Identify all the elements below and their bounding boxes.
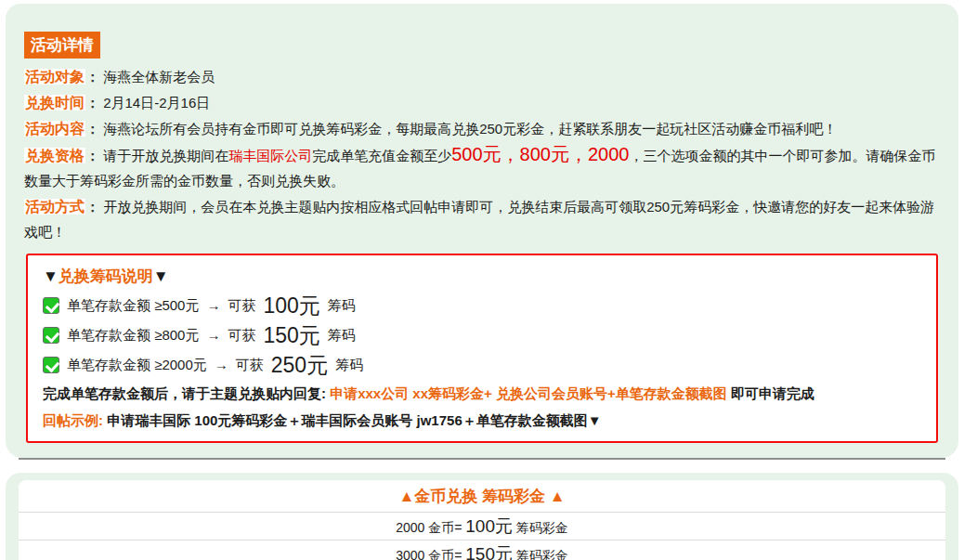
tier-suffix: 筹码	[328, 291, 356, 320]
detail-value-content: 海燕论坛所有会员持有金币即可兑换筹码彩金，每期最高兑换250元彩金，赶紧联系朋友…	[103, 121, 837, 137]
gold-reward-suffix: 筹码彩金	[516, 520, 568, 535]
detail-line-object: 活动对象： 海燕全体新老会员	[20, 64, 944, 89]
tier-condition: 单笔存款金额 ≥2000元	[67, 350, 207, 380]
reply-example-text: 申请瑞丰国际 100元筹码彩金＋瑞丰国际会员账号 jw1756＋单笔存款金额截图…	[107, 412, 601, 428]
tier-suffix: 筹码	[335, 350, 363, 380]
arrow-right-icon: →	[206, 320, 220, 350]
triangle-down-icon: ▼	[43, 267, 59, 285]
exchange-instructions-box: ▼兑换筹码说明▼ 单笔存款金额 ≥500元 → 可获100元筹码 单笔存款金额 …	[26, 254, 938, 443]
deposit-amount-options: 500元，800元，2000	[451, 144, 629, 164]
arrow-right-icon: →	[215, 350, 228, 380]
tier-condition: 单笔存款金额 ≥500元	[67, 291, 199, 320]
colon: ：	[85, 199, 99, 215]
gold-exchange-table: ▲金币兑换 筹码彩金 ▲ 2000 金币= 100元 筹码彩金 3000 金币=…	[19, 480, 945, 560]
detail-label-object: 活动对象	[24, 69, 85, 85]
tier-amount: 100元	[263, 291, 319, 320]
colon: ：	[85, 95, 99, 111]
gold-cost: 2000 金币=	[396, 520, 462, 535]
checked-checkbox-icon	[43, 357, 59, 373]
qualification-text-pre: 请于开放兑换期间在	[103, 148, 228, 163]
tier-gain-label: 可获	[236, 350, 264, 380]
exchange-box-title-text: 兑换筹码说明	[59, 267, 153, 285]
reply-example-label: 回帖示例:	[43, 412, 103, 428]
reply-format-highlight: 申请xxx公司 xx筹码彩金+ 兑换公司会员账号+单笔存款金额截图	[330, 385, 727, 401]
detail-line-content: 活动内容： 海燕论坛所有会员持有金币即可兑换筹码彩金，每期最高兑换250元彩金，…	[20, 116, 944, 141]
tier-amount: 150元	[263, 320, 319, 350]
detail-label-method: 活动方式	[24, 199, 85, 215]
checked-checkbox-icon	[43, 297, 59, 314]
tier-condition: 单笔存款金额 ≥800元	[67, 320, 199, 350]
detail-label-content: 活动内容	[24, 121, 85, 137]
qualification-text-mid: 完成单笔充值金额至少	[312, 148, 451, 163]
colon: ：	[85, 121, 99, 137]
gold-reward-amount: 100元	[465, 516, 513, 536]
reply-instruction-pre: 完成单笔存款金额后，请于主题兑换贴内回复:	[43, 385, 326, 401]
exchange-box-title: ▼兑换筹码说明▼	[43, 263, 921, 291]
gold-exchange-panel: ▲金币兑换 筹码彩金 ▲ 2000 金币= 100元 筹码彩金 3000 金币=…	[6, 473, 958, 560]
gold-table-row: 3000 金币= 150元 筹码彩金	[19, 540, 945, 560]
detail-line-qualification: 兑换资格： 请于开放兑换期间在瑞丰国际公司完成单笔充值金额至少500元，800元…	[20, 142, 944, 193]
page-title: 活动详情	[24, 32, 100, 59]
gold-reward-suffix: 筹码彩金	[516, 548, 568, 560]
exchange-tier-row: 单笔存款金额 ≥500元 → 可获100元筹码	[43, 291, 921, 320]
reply-instruction-post: 即可申请完成	[731, 385, 814, 401]
gold-cost: 3000 金币=	[396, 548, 462, 560]
detail-label-time: 兑换时间	[24, 95, 85, 111]
detail-value-time: 2月14日-2月16日	[103, 95, 210, 111]
colon: ：	[85, 69, 99, 85]
exchange-tier-row: 单笔存款金额 ≥2000元 → 可获250元筹码	[43, 350, 921, 380]
detail-label-qualification: 兑换资格	[24, 148, 85, 163]
section-gap	[0, 460, 964, 473]
detail-line-method: 活动方式： 开放兑换期间，会员在本兑换主题贴内按相应格式回帖申请即可，兑换结束后…	[20, 194, 944, 244]
gold-table-header: ▲金币兑换 筹码彩金 ▲	[19, 480, 945, 513]
gold-reward-amount: 150元	[465, 544, 513, 560]
reply-instruction-line: 完成单笔存款金额后，请于主题兑换贴内回复: 申请xxx公司 xx筹码彩金+ 兑换…	[43, 380, 921, 408]
detail-value-object: 海燕全体新老会员	[103, 69, 215, 85]
triangle-down-icon: ▼	[153, 267, 169, 285]
arrow-right-icon: →	[206, 291, 220, 320]
company-name-highlight: 瑞丰国际公司	[228, 148, 312, 163]
tier-gain-label: 可获	[228, 320, 255, 350]
checked-checkbox-icon	[43, 327, 59, 344]
activity-details-panel: 活动详情 活动对象： 海燕全体新老会员 兑换时间： 2月14日-2月16日 活动…	[6, 4, 958, 458]
detail-line-time: 兑换时间： 2月14日-2月16日	[20, 90, 944, 115]
reply-example-line: 回帖示例: 申请瑞丰国际 100元筹码彩金＋瑞丰国际会员账号 jw1756＋单笔…	[43, 408, 921, 434]
tier-suffix: 筹码	[328, 320, 356, 350]
exchange-tier-row: 单笔存款金额 ≥800元 → 可获150元筹码	[43, 320, 921, 350]
colon: ：	[85, 148, 99, 163]
tier-amount: 250元	[271, 350, 328, 380]
detail-value-method: 开放兑换期间，会员在本兑换主题贴内按相应格式回帖申请即可，兑换结束后最高可领取2…	[24, 199, 934, 240]
gold-table-row: 2000 金币= 100元 筹码彩金	[19, 513, 945, 540]
tier-gain-label: 可获	[228, 291, 255, 320]
